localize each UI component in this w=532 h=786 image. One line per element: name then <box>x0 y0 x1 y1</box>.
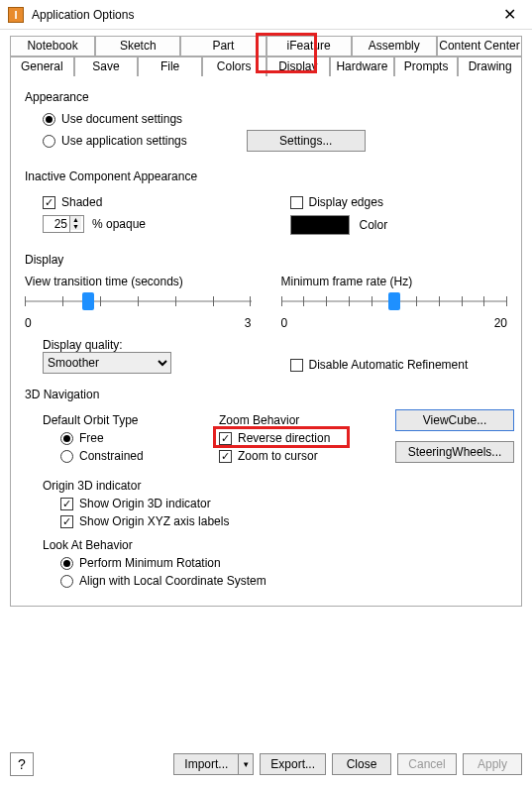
chevron-down-icon[interactable]: ▼ <box>238 753 254 775</box>
tab-strip: Notebook Sketch Part iFeature Assembly C… <box>10 36 522 76</box>
orbit-label: Default Orbit Type <box>43 413 211 427</box>
tab-sketch[interactable]: Sketch <box>95 36 180 56</box>
color-swatch[interactable] <box>290 215 350 235</box>
trans-label: View transition time (seconds) <box>25 275 252 288</box>
section-display: Display <box>25 253 507 267</box>
check-display-edges[interactable]: Display edges <box>290 195 508 209</box>
viewcube-button[interactable]: ViewCube... <box>395 409 514 431</box>
color-label: Color <box>360 218 388 232</box>
radio-min-rotation-label: Perform Minimum Rotation <box>79 556 221 570</box>
check-zoom-cursor[interactable]: Zoom to cursor <box>219 449 387 463</box>
check-show-origin[interactable]: Show Origin 3D indicator <box>43 497 507 510</box>
radio-use-application-label: Use application settings <box>61 134 187 148</box>
radio-use-document-label: Use document settings <box>61 112 182 126</box>
tab-part[interactable]: Part <box>180 36 266 56</box>
close-button[interactable]: Close <box>332 753 391 775</box>
radio-orbit-free[interactable]: Free <box>43 431 211 445</box>
app-icon: I <box>8 7 24 23</box>
check-disable-refine-label: Disable Automatic Refinement <box>309 358 469 372</box>
steeringwheels-button[interactable]: SteeringWheels... <box>395 441 514 463</box>
tab-hardware[interactable]: Hardware <box>330 56 394 76</box>
radio-orbit-constrained[interactable]: Constrained <box>43 449 211 463</box>
trans-max: 3 <box>245 316 252 330</box>
help-button[interactable]: ? <box>10 752 34 776</box>
settings-button[interactable]: Settings... <box>247 130 366 152</box>
tab-prompts[interactable]: Prompts <box>394 56 459 76</box>
check-disable-refine[interactable]: Disable Automatic Refinement <box>290 358 508 372</box>
radio-align-local[interactable]: Align with Local Coordinate System <box>43 574 507 588</box>
tab-save[interactable]: Save <box>74 56 139 76</box>
check-shaded[interactable]: Shaded <box>43 195 261 209</box>
frame-min: 0 <box>281 316 288 330</box>
tab-colors[interactable]: Colors <box>202 56 266 76</box>
radio-min-rotation[interactable]: Perform Minimum Rotation <box>43 556 507 570</box>
cancel-button[interactable]: Cancel <box>397 753 457 775</box>
tab-file[interactable]: File <box>138 56 202 76</box>
section-appearance: Appearance <box>25 90 507 104</box>
tab-drawing[interactable]: Drawing <box>458 56 522 76</box>
quality-label: Display quality: <box>43 338 261 352</box>
radio-use-document[interactable]: Use document settings <box>43 112 507 126</box>
check-zoom-cursor-label: Zoom to cursor <box>238 449 318 463</box>
trans-min: 0 <box>25 316 32 330</box>
frame-label: Minimum frame rate (Hz) <box>281 275 508 288</box>
radio-align-local-label: Align with Local Coordinate System <box>79 574 266 588</box>
check-show-xyz[interactable]: Show Origin XYZ axis labels <box>43 514 507 528</box>
tab-notebook[interactable]: Notebook <box>10 36 95 56</box>
tab-contentcenter[interactable]: Content Center <box>437 36 522 56</box>
spin-up-icon[interactable]: ▲ <box>70 216 81 223</box>
quality-select[interactable]: Smoother <box>43 352 171 374</box>
radio-orbit-constrained-label: Constrained <box>79 449 144 463</box>
frame-slider[interactable] <box>281 288 508 314</box>
check-show-xyz-label: Show Origin XYZ axis labels <box>79 514 229 528</box>
section-3dnav: 3D Navigation <box>25 388 507 401</box>
check-shaded-label: Shaded <box>61 195 102 209</box>
opaque-spinner[interactable]: ▲▼ <box>43 215 84 233</box>
zoom-label: Zoom Behavior <box>219 413 387 427</box>
frame-max: 20 <box>494 316 507 330</box>
import-button-label: Import... <box>173 753 238 775</box>
section-inactive: Inactive Component Appearance <box>25 169 507 183</box>
trans-slider[interactable] <box>25 288 252 314</box>
tab-general[interactable]: General <box>10 56 74 76</box>
window-title: Application Options <box>32 8 134 22</box>
origin-label: Origin 3D indicator <box>43 479 507 493</box>
tab-ifeature[interactable]: iFeature <box>266 36 352 56</box>
tab-assembly[interactable]: Assembly <box>352 36 437 56</box>
check-display-edges-label: Display edges <box>309 195 383 209</box>
radio-use-application[interactable]: Use application settings <box>43 134 187 148</box>
opaque-label: % opaque <box>92 217 146 231</box>
export-button[interactable]: Export... <box>260 753 326 775</box>
radio-orbit-free-label: Free <box>79 431 104 445</box>
spin-down-icon[interactable]: ▼ <box>70 223 81 230</box>
check-reverse-direction-label: Reverse direction <box>238 431 330 445</box>
lookat-label: Look At Behavior <box>43 538 507 552</box>
import-button[interactable]: Import... ▼ <box>173 753 254 775</box>
close-icon[interactable]: ✕ <box>494 5 524 24</box>
check-reverse-direction[interactable]: Reverse direction <box>219 431 387 445</box>
check-show-origin-label: Show Origin 3D indicator <box>79 497 211 510</box>
tab-display[interactable]: Display <box>266 56 331 76</box>
opaque-input[interactable] <box>44 216 69 232</box>
apply-button[interactable]: Apply <box>463 753 522 775</box>
